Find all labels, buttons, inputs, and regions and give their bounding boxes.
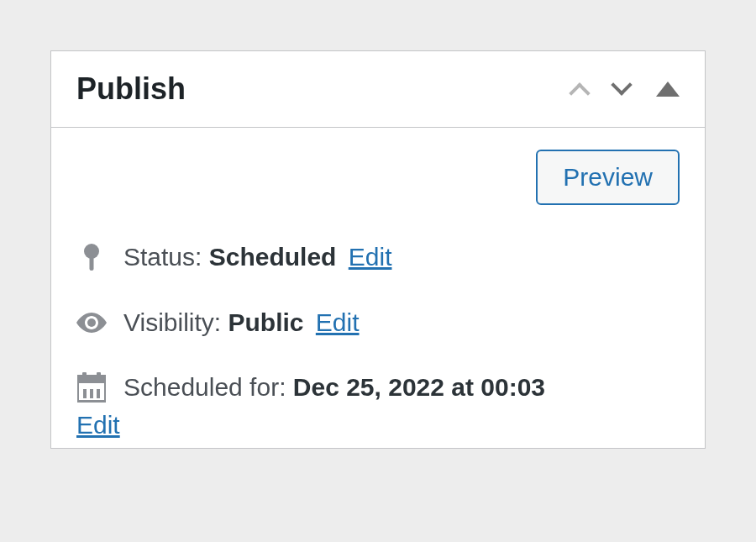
schedule-row: Scheduled for: Dec 25, 2022 at 00:03 xyxy=(76,369,680,406)
svg-rect-7 xyxy=(83,389,87,398)
preview-row: Preview xyxy=(76,150,680,205)
visibility-row: Visibility: Public Edit xyxy=(76,304,680,341)
panel-title: Publish xyxy=(76,71,186,107)
svg-point-2 xyxy=(87,318,96,327)
schedule-value: Dec 25, 2022 at 00:03 xyxy=(293,373,545,401)
publish-panel-body: Preview Status: Scheduled Edit xyxy=(51,128,705,448)
preview-button[interactable]: Preview xyxy=(536,150,680,205)
publish-panel-header: Publish xyxy=(51,51,705,128)
move-down-icon[interactable] xyxy=(611,74,632,95)
status-text: Status: Scheduled Edit xyxy=(123,239,680,276)
pin-icon xyxy=(76,242,107,272)
visibility-value: Public xyxy=(228,308,303,336)
schedule-edit-link[interactable]: Edit xyxy=(76,411,680,439)
publish-panel: Publish Preview Status: Scheduled Edit xyxy=(50,50,706,449)
visibility-text: Visibility: Public Edit xyxy=(123,304,680,341)
visibility-edit-link[interactable]: Edit xyxy=(316,308,360,336)
schedule-label: Scheduled for: xyxy=(123,373,293,401)
schedule-text: Scheduled for: Dec 25, 2022 at 00:03 xyxy=(123,369,680,406)
move-up-icon[interactable] xyxy=(569,82,590,103)
status-edit-link[interactable]: Edit xyxy=(349,243,392,271)
status-row: Status: Scheduled Edit xyxy=(76,239,680,276)
collapse-panel-icon[interactable] xyxy=(656,82,680,97)
eye-icon xyxy=(76,308,107,338)
visibility-label: Visibility: xyxy=(123,308,228,336)
svg-rect-8 xyxy=(90,389,93,398)
status-label: Status: xyxy=(123,243,209,271)
svg-rect-1 xyxy=(90,255,94,271)
calendar-icon xyxy=(76,372,107,403)
status-value: Scheduled xyxy=(209,243,337,271)
svg-rect-9 xyxy=(97,389,100,398)
header-controls xyxy=(572,77,680,101)
